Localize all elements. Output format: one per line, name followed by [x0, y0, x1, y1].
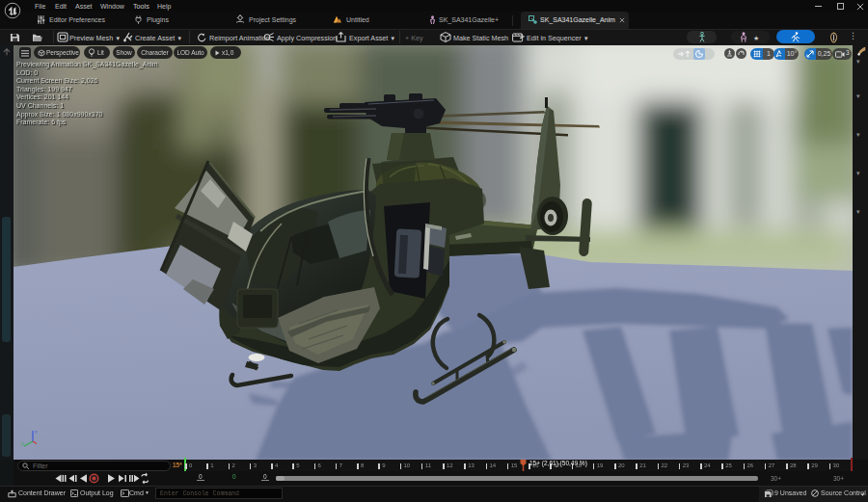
svg-text:z: z — [35, 429, 38, 435]
svg-text:y: y — [21, 440, 24, 446]
